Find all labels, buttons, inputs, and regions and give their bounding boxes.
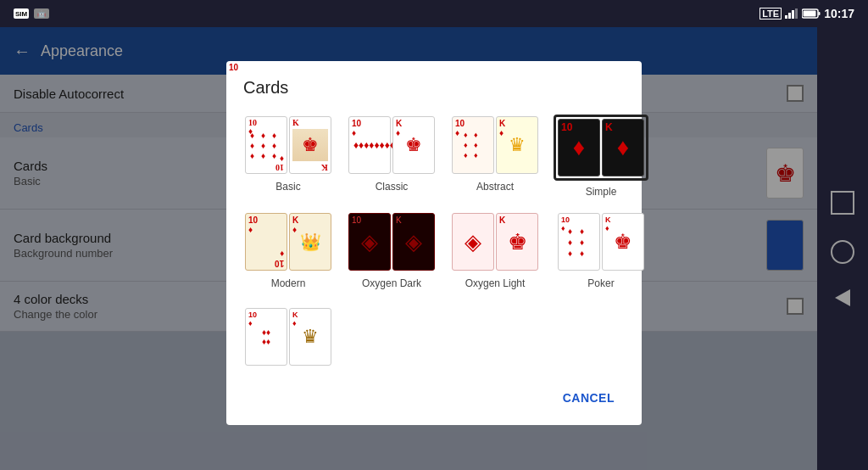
phone-frame: SIM 🤖 LTE 10:17 ← Appearance (0, 0, 868, 470)
abstract-label: Abstract (476, 181, 514, 193)
partial-cards-row: 10♦ ♦♦♦♦ K♦ ♛ (240, 303, 628, 371)
classic-king-card: K♦ ♚ (392, 116, 435, 174)
cards-dialog: Cards 10♦ 10♦ ♦♦♦ ♦♦♦ ♦♦♦ (226, 61, 642, 425)
battery-icon (802, 8, 821, 19)
lte-label: LTE (760, 8, 782, 20)
nav-back-button[interactable] (835, 289, 850, 306)
card-option-classic[interactable]: 10♦ ♦♦♦♦♦♦♦♦♦♦ K♦ ♚ Classic (343, 111, 440, 201)
card-option-extra1[interactable]: 10♦ ♦♦♦♦ K♦ ♛ (240, 303, 337, 371)
classic-label: Classic (376, 181, 409, 193)
signal-icon (785, 8, 798, 19)
nav-bar (817, 27, 868, 470)
modern-label: Modern (271, 277, 306, 289)
modern-card-pair: 10♦ 10♦ K♦ 👑 (243, 211, 333, 272)
basic-ten-card: 10♦ 10♦ ♦♦♦ ♦♦♦ ♦♦♦ (245, 116, 287, 174)
card-option-simple[interactable]: 10 ♦ K ♦ Simple (550, 111, 652, 201)
extra1-card-a: 10♦ ♦♦♦♦ (245, 308, 287, 366)
oxl-card-1: 10 ◈ (452, 213, 494, 271)
card-option-basic[interactable]: 10♦ 10♦ ♦♦♦ ♦♦♦ ♦♦♦ K♦ K♦ ♚ (240, 111, 337, 201)
classic-card-pair: 10♦ ♦♦♦♦♦♦♦♦♦♦ K♦ ♚ (347, 115, 437, 176)
oxygen-light-card-pair: 10 ◈ K ♚ (450, 211, 540, 272)
svg-rect-6 (804, 11, 816, 17)
oxygen-light-label: Oxygen Light (465, 277, 526, 289)
card-option-poker[interactable]: 10♦ ♦♦♦♦♦♦ K♦ ♚ Poker (550, 208, 652, 293)
poker-card-1: 10♦ ♦♦♦♦♦♦ (558, 213, 600, 271)
svg-rect-0 (785, 15, 787, 19)
classic-ten-card: 10♦ ♦♦♦♦♦♦♦♦♦♦ (348, 116, 391, 174)
card-option-oxygen-light[interactable]: 10 ◈ K ♚ Oxygen Light (447, 208, 543, 293)
dialog-actions: CANCEL (240, 378, 628, 418)
king-figure: ♚ (292, 129, 328, 161)
extra1-card-pair: 10♦ ♦♦♦♦ K♦ ♛ (243, 306, 333, 367)
basic-king-card: K♦ K♦ ♚ (289, 116, 331, 174)
dialog-title: Cards (240, 78, 628, 98)
sim-icon: SIM (14, 8, 29, 19)
cancel-button[interactable]: CANCEL (553, 384, 625, 411)
status-bar-right: LTE 10:17 (760, 7, 854, 20)
basic-card-pair: 10♦ 10♦ ♦♦♦ ♦♦♦ ♦♦♦ K♦ K♦ ♚ (243, 115, 333, 176)
svg-rect-3 (795, 8, 798, 19)
oxl-card-2: K ♚ (496, 213, 538, 271)
card-option-abstract[interactable]: 10♦ ♦♦♦♦♦♦ K♦ ♛ Abstract (447, 111, 543, 201)
modern-king-card: K♦ 👑 (289, 213, 331, 271)
modern-ten-card: 10♦ 10♦ (245, 213, 287, 271)
extra1-card-b: K♦ ♛ (289, 308, 331, 366)
abstract-king-card: K♦ ♛ (496, 116, 538, 174)
simple-label: Simple (586, 186, 617, 198)
poker-card-pair: 10♦ ♦♦♦♦♦♦ K♦ ♚ (556, 211, 646, 272)
oxd-card-2: K ◈ (392, 213, 435, 271)
poker-label: Poker (587, 277, 614, 289)
simple-king-card: K ♦ (602, 119, 644, 176)
basic-label: Basic (275, 181, 300, 193)
abstract-ten-card: 10♦ ♦♦♦♦♦♦ (452, 116, 494, 174)
oxygen-dark-label: Oxygen Dark (362, 277, 421, 289)
card-option-modern[interactable]: 10♦ 10♦ K♦ 👑 Modern (240, 208, 337, 293)
status-bar-left: SIM 🤖 (14, 8, 49, 19)
simple-ten-card: 10 ♦ (558, 119, 600, 176)
svg-rect-2 (792, 10, 794, 19)
time-display: 10:17 (824, 7, 854, 20)
svg-rect-5 (819, 12, 821, 15)
simple-card-pair: 10 ♦ K ♦ (554, 115, 648, 181)
nav-square-button[interactable] (831, 191, 854, 215)
oxd-card-1: 10 ◈ (348, 213, 391, 271)
android-icon: 🤖 (34, 8, 49, 19)
cards-grid: 10♦ 10♦ ♦♦♦ ♦♦♦ ♦♦♦ K♦ K♦ ♚ (240, 111, 628, 293)
nav-circle-button[interactable] (831, 240, 854, 264)
poker-card-2: K♦ ♚ (602, 213, 644, 271)
card-option-oxygen-dark[interactable]: 10 ◈ K ◈ Oxygen Dark (343, 208, 440, 293)
abstract-card-pair: 10♦ ♦♦♦♦♦♦ K♦ ♛ (450, 115, 540, 176)
oxygen-dark-card-pair: 10 ◈ K ◈ (347, 211, 437, 272)
svg-rect-1 (788, 13, 791, 19)
status-bar: SIM 🤖 LTE 10:17 (0, 0, 868, 27)
